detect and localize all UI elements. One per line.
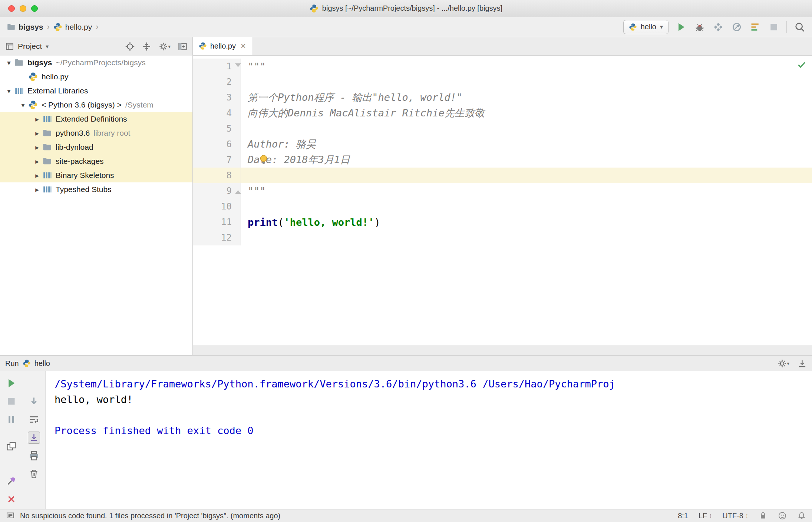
line-number[interactable]: 3 <box>193 90 241 105</box>
code-line-9[interactable]: 9""" <box>193 183 812 199</box>
project-panel-title[interactable]: Project <box>18 42 42 51</box>
code-line-11[interactable]: 11print('hello, world!') <box>193 214 812 230</box>
stop-button[interactable] <box>769 22 779 32</box>
editor-tab-hello-py[interactable]: hello.py × <box>192 37 252 55</box>
code-line-8[interactable]: 8 <box>193 168 812 183</box>
code-line-4[interactable]: 4向伟大的Dennis MacAlistair Ritchie先生致敬 <box>193 105 812 121</box>
restore-layout-icon[interactable] <box>5 440 17 453</box>
run-tab-label[interactable]: hello <box>34 359 50 368</box>
expand-arrow-icon[interactable]: ▸ <box>32 157 42 166</box>
expand-arrow-icon[interactable]: ▾ <box>18 101 28 109</box>
search-everywhere-icon[interactable] <box>794 22 805 33</box>
tree-item-python3.6[interactable]: ▸python3.6library root <box>0 126 192 140</box>
titlebar: bigsys [~/PycharmProjects/bigsys] - .../… <box>0 0 812 17</box>
tree-item-python-3.6-bigsys[interactable]: ▾< Python 3.6 (bigsys) >/System <box>0 98 192 112</box>
tool-window-switcher-icon[interactable] <box>6 511 15 520</box>
code-line-2[interactable]: 2 <box>193 74 812 90</box>
run-button[interactable] <box>676 22 686 32</box>
lock-icon[interactable] <box>759 511 768 520</box>
rerun-icon[interactable] <box>5 377 17 389</box>
tree-item-bigsys[interactable]: ▾bigsys~/PycharmProjects/bigsys <box>0 56 192 70</box>
expand-arrow-icon[interactable]: ▾ <box>4 87 14 95</box>
line-number[interactable]: 1 <box>193 59 241 74</box>
coverage-report-button[interactable] <box>750 22 760 32</box>
line-number[interactable]: 7 <box>193 152 241 168</box>
line-number[interactable]: 10 <box>193 199 241 214</box>
minimize-window-button[interactable] <box>20 5 26 12</box>
editor-scrollbar-track[interactable] <box>193 345 812 355</box>
panel-settings-button[interactable]: ▾ <box>159 42 171 51</box>
tree-item-label: Extended Definitions <box>56 115 127 123</box>
notifications-icon[interactable] <box>797 511 806 520</box>
profiler-button[interactable] <box>732 22 742 32</box>
code-line-5[interactable]: 5 <box>193 121 812 136</box>
expand-arrow-icon[interactable]: ▸ <box>32 129 42 138</box>
run-console[interactable]: /System/Library/Frameworks/Python.framew… <box>46 371 812 509</box>
code-text: 第一个Python程序 - 输出"hello, world!" <box>241 91 462 104</box>
inspections-ok-icon[interactable] <box>796 59 807 70</box>
line-number[interactable]: 2 <box>193 74 241 90</box>
code-line-3[interactable]: 3第一个Python程序 - 输出"hello, world!" <box>193 90 812 105</box>
breadcrumb-hello-py[interactable]: hello.py <box>53 23 92 32</box>
tree-item-external-libraries[interactable]: ▾External Libraries <box>0 84 192 98</box>
intention-bulb-icon[interactable] <box>258 154 269 165</box>
debug-button[interactable] <box>694 22 705 32</box>
scroll-end-icon[interactable] <box>28 432 40 444</box>
line-number[interactable]: 9 <box>193 183 241 199</box>
clear-icon[interactable] <box>28 468 40 480</box>
stop-icon[interactable] <box>5 395 17 407</box>
tree-item-label: lib-dynload <box>56 143 93 152</box>
pin-icon[interactable] <box>5 475 17 487</box>
tree-item-hello.py[interactable]: hello.py <box>0 70 192 84</box>
expand-arrow-icon[interactable]: ▸ <box>32 143 42 152</box>
line-number[interactable]: 4 <box>193 105 241 121</box>
soft-wrap-icon[interactable] <box>28 413 40 426</box>
close-icon[interactable] <box>5 493 17 505</box>
line-number[interactable]: 5 <box>193 121 241 136</box>
coverage-button[interactable] <box>713 22 723 32</box>
code-editor[interactable]: 1"""23第一个Python程序 - 输出"hello, world!"4向伟… <box>193 56 812 345</box>
code-line-1[interactable]: 1""" <box>193 59 812 74</box>
expand-arrow-icon[interactable]: ▸ <box>32 171 42 180</box>
caret-position-widget[interactable]: 8:1 <box>678 512 688 520</box>
editor-area: hello.py × 1"""23第一个Python程序 - 输出"hello,… <box>193 37 812 355</box>
project-panel-header: Project ▾ ▾ <box>0 37 192 56</box>
line-number[interactable]: 11 <box>193 214 241 230</box>
tree-item-site-packages[interactable]: ▸site-packages <box>0 154 192 168</box>
fold-marker-icon[interactable] <box>235 63 241 67</box>
expand-arrow-icon[interactable]: ▸ <box>32 185 42 194</box>
tree-item-extended-definitions[interactable]: ▸Extended Definitions <box>0 112 192 126</box>
close-tab-icon[interactable]: × <box>241 42 246 50</box>
encoding-widget[interactable]: UTF-8↕ <box>722 512 748 520</box>
expand-arrow-icon[interactable]: ▸ <box>32 115 42 123</box>
zoom-window-button[interactable] <box>31 5 38 12</box>
tree-item-binary-skeletons[interactable]: ▸Binary Skeletons <box>0 168 192 182</box>
line-number[interactable]: 6 <box>193 136 241 152</box>
run-config-selector[interactable]: hello ▾ <box>623 20 669 34</box>
run-settings-button[interactable]: ▾ <box>778 359 789 368</box>
close-window-button[interactable] <box>8 5 15 12</box>
scroll-down-icon[interactable] <box>28 395 40 407</box>
tree-item-typeshed-stubs[interactable]: ▸Typeshed Stubs <box>0 182 192 196</box>
print-icon[interactable] <box>28 450 40 462</box>
tree-item-lib-dynload[interactable]: ▸lib-dynload <box>0 140 192 154</box>
line-number[interactable]: 8 <box>193 168 241 183</box>
collapse-all-icon[interactable] <box>142 42 151 51</box>
line-separator-widget[interactable]: LF↕ <box>699 512 712 520</box>
pause-icon[interactable] <box>5 413 17 426</box>
updown-icon: ↕ <box>709 512 712 519</box>
run-panel-title[interactable]: Run <box>5 359 19 368</box>
code-line-12[interactable]: 12 <box>193 230 812 245</box>
code-line-7[interactable]: 7Date: 2018年3月1日 <box>193 152 812 168</box>
line-number[interactable]: 12 <box>193 230 241 245</box>
hide-panel-icon[interactable] <box>178 42 187 51</box>
expand-arrow-icon[interactable]: ▾ <box>4 59 14 67</box>
fold-marker-icon[interactable] <box>235 190 241 194</box>
chevron-down-icon[interactable]: ▾ <box>46 43 49 50</box>
code-line-6[interactable]: 6Author: 骆昊 <box>193 136 812 152</box>
hide-tool-window-icon[interactable] <box>798 359 807 368</box>
breadcrumb-bigsys[interactable]: bigsys <box>7 23 43 32</box>
hector-inspector-icon[interactable] <box>778 511 787 520</box>
code-line-10[interactable]: 10 <box>193 199 812 214</box>
locate-file-icon[interactable] <box>125 42 135 51</box>
